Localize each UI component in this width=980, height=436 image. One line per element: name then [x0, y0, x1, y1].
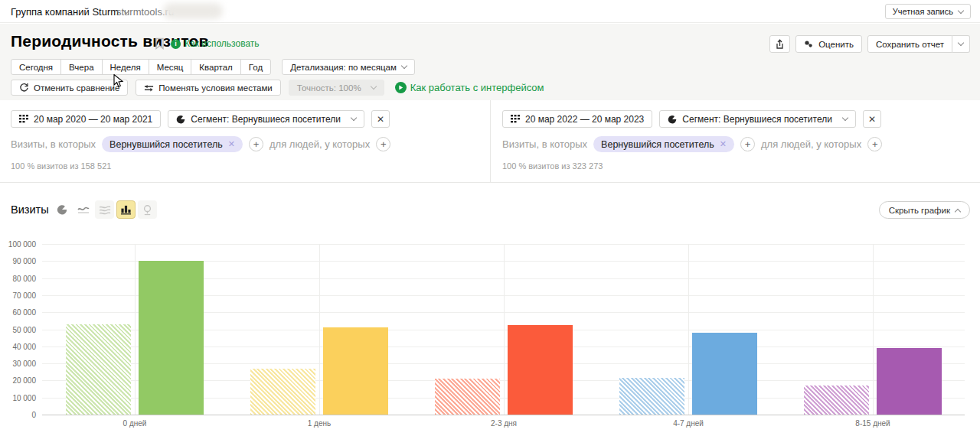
export-button[interactable]	[769, 35, 790, 53]
segment-dropdown-a[interactable]: Сегмент: Вернувшиеся посетители	[168, 110, 364, 128]
bar-0-дней-series0[interactable]	[66, 324, 131, 415]
tab-label: Год	[249, 63, 263, 72]
chevron-up-icon	[955, 208, 961, 214]
y-axis-tick: 90 000	[1, 257, 36, 265]
date-range-label: 20 мар 2020 — 20 мар 2021	[34, 114, 152, 125]
bar-chart-plot: 100 00090 00080 00070 00060 00050 00040 …	[42, 244, 965, 415]
account-label: Учетная запись	[893, 7, 953, 16]
x-axis-label: 0 дней	[89, 419, 181, 428]
bar-0-дней-series1[interactable]	[139, 261, 204, 415]
chevron-down-icon	[401, 63, 407, 69]
report-header: Периодичность визитов i Как использовать	[0, 24, 980, 100]
bar-8-15-дней-series1[interactable]	[877, 348, 942, 415]
cancel-comparison-button[interactable]: Отменить сравнение	[11, 80, 128, 96]
y-axis-tick: 40 000	[1, 343, 36, 351]
detalization-dropdown[interactable]: Детализация: по месяцам	[282, 59, 415, 75]
censored-text	[163, 3, 223, 19]
hide-chart-label: Скрыть график	[889, 206, 950, 215]
bar-4-7-дней-series0[interactable]	[619, 378, 684, 415]
bar-4-7-дней-series1[interactable]	[692, 333, 757, 415]
detalization-label: Детализация: по месяцам	[290, 63, 397, 72]
panel-divider	[490, 100, 491, 183]
y-axis-tick: 80 000	[1, 275, 36, 283]
y-axis-tick: 100 000	[1, 240, 36, 249]
accuracy-dropdown[interactable]: Точность: 100%	[289, 80, 384, 96]
period-tab-year[interactable]: Год	[240, 59, 271, 75]
cancel-comparison-label: Отменить сравнение	[34, 83, 119, 93]
account-button[interactable]: Учетная запись	[885, 4, 971, 19]
line-chart-icon[interactable]	[74, 200, 93, 219]
people-condition-label: для людей, у которых	[270, 138, 370, 150]
period-tab-week[interactable]: Неделя	[102, 59, 149, 75]
save-report-button[interactable]: Сохранить отчет	[867, 35, 952, 53]
how-to-use-label: Как использовать	[185, 38, 260, 49]
period-tab-yesterday[interactable]: Вчера	[60, 59, 102, 75]
bar-2-3-дня-series0[interactable]	[435, 379, 500, 415]
tab-label: Неделя	[110, 63, 141, 72]
y-axis-tick: 70 000	[1, 291, 36, 300]
segment-dropdown-b[interactable]: Сегмент: Вернувшиеся посетители	[659, 110, 856, 128]
x-axis-label: 4-7 дней	[642, 419, 734, 428]
segment-condition-pill-a[interactable]: Вернувшийся посетитель ✕	[102, 136, 243, 152]
chevron-down-icon	[958, 7, 964, 13]
metrica-report-page: Группа компаний Sturm sturmtools.ru Учет…	[0, 0, 980, 436]
bar-1-день-series0[interactable]	[250, 369, 315, 415]
counter-selector[interactable]: Группа компаний Sturm	[11, 0, 129, 23]
thumbs-rate-icon	[804, 40, 814, 49]
tab-label: Вчера	[69, 63, 93, 72]
tab-label: Квартал	[199, 63, 232, 72]
remove-segment-button-a[interactable]: ✕	[371, 110, 390, 128]
y-axis-tick: 30 000	[1, 360, 36, 368]
bookmark-icon[interactable]	[155, 37, 165, 50]
bar-chart-icon[interactable]	[116, 200, 136, 219]
visits-condition-label: Визиты, в которых	[502, 138, 587, 150]
swap-icon	[144, 83, 154, 93]
rate-button[interactable]: Оценить	[795, 35, 862, 53]
swap-conditions-button[interactable]: Поменять условия местами	[136, 80, 280, 96]
y-axis-tick: 60 000	[1, 308, 36, 317]
people-condition-label: для людей, у которых	[761, 138, 861, 150]
remove-condition-icon[interactable]: ✕	[720, 139, 727, 149]
pie-chart-icon[interactable]	[52, 200, 71, 219]
export-icon	[775, 39, 785, 50]
accuracy-label: Точность: 100%	[297, 83, 361, 93]
date-range-button-a[interactable]: 20 мар 2020 — 20 мар 2021	[11, 110, 161, 128]
date-range-button-b[interactable]: 20 мар 2022 — 20 мар 2023	[502, 110, 652, 128]
chart-type-switcher	[52, 200, 157, 219]
date-range-label: 20 мар 2022 — 20 мар 2023	[525, 114, 644, 125]
calendar-icon	[511, 115, 520, 123]
period-tab-group: Сегодня Вчера Неделя Месяц Квартал Год	[11, 59, 271, 75]
remove-condition-icon[interactable]: ✕	[228, 139, 235, 149]
chevron-down-icon	[351, 115, 357, 121]
hide-chart-button[interactable]: Скрыть график	[879, 201, 970, 219]
period-tab-today[interactable]: Сегодня	[11, 59, 61, 75]
tab-label: Сегодня	[19, 63, 53, 72]
chart-section: Визиты	[0, 184, 980, 436]
y-axis-tick: 10 000	[1, 394, 36, 402]
add-people-condition-button-b[interactable]: +	[867, 137, 882, 151]
how-to-use-link[interactable]: i Как использовать	[171, 38, 260, 49]
add-visit-condition-button-a[interactable]: +	[249, 137, 263, 151]
bar-1-день-series1[interactable]	[323, 327, 388, 415]
gridline	[504, 244, 505, 415]
interface-help-link[interactable]: Как работать с интерфейсом	[395, 82, 544, 93]
segment-dropdown-label: Сегмент: Вернувшиеся посетители	[191, 114, 341, 125]
add-visit-condition-button-b[interactable]: +	[740, 137, 755, 151]
period-tab-month[interactable]: Месяц	[149, 59, 192, 75]
save-report-menu-button[interactable]	[952, 35, 970, 53]
bar-8-15-дней-series0[interactable]	[804, 386, 869, 415]
reset-comparison-icon	[19, 83, 29, 93]
x-axis-label: 2-3 дня	[458, 419, 550, 428]
remove-segment-button-b[interactable]: ✕	[863, 110, 881, 128]
period-tab-quarter[interactable]: Квартал	[191, 59, 240, 75]
help-video-icon	[395, 82, 407, 93]
add-people-condition-button-a[interactable]: +	[376, 137, 390, 151]
gridline	[873, 244, 874, 415]
stacked-area-icon[interactable]	[95, 200, 114, 219]
gridline	[135, 244, 136, 415]
segment-condition-pill-b[interactable]: Вернувшийся посетитель ✕	[593, 136, 734, 152]
calendar-icon	[19, 115, 28, 123]
rate-label: Оценить	[818, 40, 854, 49]
bar-2-3-дня-series1[interactable]	[508, 325, 573, 415]
map-icon[interactable]	[138, 200, 157, 219]
